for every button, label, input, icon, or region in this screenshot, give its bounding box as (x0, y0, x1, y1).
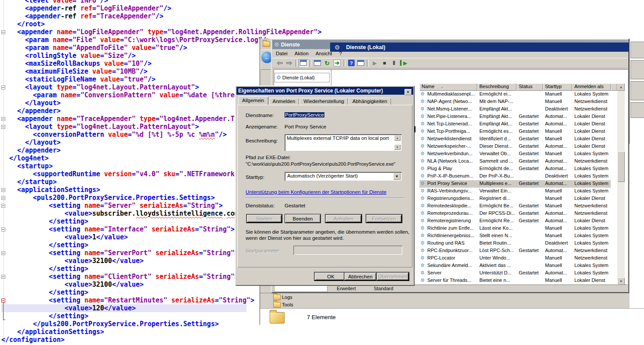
service-row[interactable]: ⚙RemoteregistrierungErmöglicht Re...Gest… (419, 217, 611, 225)
scroll-down-icon[interactable]: ▼ (394, 144, 401, 150)
console-tree-icon[interactable] (299, 59, 308, 67)
services-table[interactable]: ⚙Multimediaklassenpl...Ermöglicht ei...M… (419, 91, 617, 285)
pause-service-icon[interactable]: Ⅱ (389, 59, 399, 67)
beschreibung-textbox[interactable]: Multiplexes external TCP/IP data on loca… (285, 134, 401, 151)
service-row[interactable]: ⚙Remoteprozedurau...Der RPCSS-Di...Gesta… (419, 210, 611, 217)
dialog-tabs[interactable]: AllgemeinAnmeldenWiederherstellungAbhäng… (238, 97, 391, 105)
startoptions-link[interactable]: Unterstützung beim Konfigurieren der Sta… (246, 189, 387, 195)
tab-erweitert[interactable]: Erweitert (327, 285, 366, 292)
code-line[interactable]: <value>32100</value> (1, 257, 144, 265)
dialog-tab-anmelden[interactable]: Anmelden (269, 98, 299, 105)
code-line[interactable]: <setting name="ServerPort" serializeAs="… (1, 249, 239, 257)
dialog-tab-abhängigkeiten[interactable]: Abhängigkeiten (348, 98, 391, 105)
service-row[interactable]: ⚙Richtlinienergebniss...Stellt einen N..… (419, 232, 611, 240)
code-line[interactable]: <staticLogFileName value="true"/> (1, 75, 155, 83)
service-row[interactable]: ⚙Net.Tcp-Portfreiga...Ermöglicht es...Ge… (419, 128, 611, 135)
service-row[interactable]: ⚙NetzwerklistendienstIdentifiziert d...G… (419, 135, 611, 143)
code-line[interactable]: <value>120</value> (1, 304, 246, 312)
vertical-scrollbar[interactable]: ▲ ▼ (617, 83, 625, 285)
fold-toggle-icon[interactable] (1, 188, 5, 192)
code-line[interactable]: </layout> (1, 139, 60, 146)
service-row[interactable]: ⚙Netzwerkverbindun...Verwaltet Ob...Gest… (419, 150, 611, 158)
dialog-tab-wiederherstellung[interactable]: Wiederherstellung (299, 98, 348, 105)
service-row[interactable]: ⚙Routing und RASBietet Routin...Deaktivi… (419, 240, 611, 247)
code-line[interactable]: <value>32100</value> (1, 281, 144, 288)
start-service-icon[interactable]: ▶ (370, 59, 380, 67)
fold-toggle-icon[interactable] (1, 204, 5, 208)
code-line[interactable]: <maximumFileSize value="10MB"/> (1, 68, 148, 75)
service-row[interactable]: ⚙Multimediaklassenpl...Ermöglicht ei...M… (419, 91, 611, 98)
code-line[interactable]: <setting name="Interface" serializeAs="S… (1, 225, 235, 233)
scroll-up-icon[interactable]: ▲ (394, 135, 401, 141)
starttyp-combobox[interactable]: Automatisch (Verzögerter Start) ▼ (285, 172, 401, 181)
service-row[interactable]: ⚙RAS-Verbindungsv...Verwaltet Ein...Manu… (419, 188, 611, 195)
code-line[interactable]: </log4net> (1, 154, 49, 162)
code-line[interactable]: <level value="INFO"/> (1, 0, 108, 4)
service-row[interactable]: ⚙Netzwerkspeicher-...Dieser Dienst...Ges… (419, 143, 611, 150)
scroll-down-icon[interactable]: ▼ (617, 277, 625, 285)
restart-service-icon[interactable]: ▶ (399, 59, 408, 67)
code-line[interactable]: </appender> (1, 146, 60, 154)
back-icon[interactable]: ⇦ (275, 59, 285, 67)
dialog-titlebar[interactable]: Eigenschaften von Port Proxy Service (Lo… (236, 87, 413, 95)
fold-toggle-icon[interactable] (1, 117, 5, 121)
fold-toggle-icon-red[interactable] (1, 299, 5, 302)
column-header-anmelden-als[interactable]: Anmelden als (572, 83, 611, 91)
fold-toggle-icon[interactable] (1, 275, 5, 279)
menu-item-aktion[interactable]: Aktion (291, 51, 312, 56)
code-line[interactable]: <value>subscriber.lloydslistintelligence… (1, 210, 262, 217)
service-row[interactable]: ⚙Registrierungsdiens...Registriert di...… (419, 195, 611, 203)
code-line[interactable]: <supportedRuntime version="v4.0" sku=".N… (1, 170, 262, 178)
close-icon[interactable]: × (405, 89, 412, 95)
dienstname-value[interactable]: PortProxyService (285, 112, 324, 117)
properties-icon[interactable] (313, 59, 322, 67)
startparameter-input[interactable] (293, 245, 402, 255)
fold-toggle-icon[interactable] (1, 196, 5, 200)
column-header-starttyp[interactable]: Starttyp (543, 83, 572, 91)
service-row[interactable]: ⚙Server für Threads...Bietet eine n...Ma… (419, 277, 611, 285)
code-line[interactable]: <appender name="LogFileAppender" type="l… (1, 28, 322, 36)
service-row[interactable]: ⚙NAP-Agent (Netwo...Mit dem NAP-...Manue… (419, 98, 611, 106)
service-row[interactable]: ⚙PnP-X-IP-Busenum...Der PnP-X-Bu...Deakt… (419, 173, 611, 180)
code-line[interactable]: <startup> (1, 162, 53, 170)
code-line[interactable]: <param name="ConversionPattern" value="%… (1, 91, 262, 99)
abbrechen-button[interactable]: Abbrechen (344, 272, 377, 281)
toolbar[interactable]: ⇦⇨↻➔?▶■Ⅱ▶ (272, 58, 628, 68)
code-line[interactable]: </setting> (1, 217, 88, 225)
ok-button[interactable]: OK (314, 272, 348, 281)
code-line[interactable]: </applicationSettings> (1, 328, 104, 336)
table-header[interactable]: Name▲BeschreibungStatusStarttypAnmelden … (419, 83, 617, 91)
code-line[interactable]: </root> (1, 20, 45, 28)
stop-service-icon[interactable]: ■ (380, 59, 389, 67)
column-header-beschreibung[interactable]: Beschreibung (477, 83, 517, 91)
code-line[interactable]: </appender> (1, 107, 60, 115)
service-row[interactable]: ⚙Sekundäre Anmeld...Aktiviert das ...Man… (419, 262, 611, 270)
service-row[interactable]: ⚙ServerUnterstützt D...GestartetAutomat.… (419, 270, 611, 277)
menu-item-datei[interactable]: Datei (272, 51, 291, 56)
fold-toggle-icon[interactable] (1, 125, 5, 129)
code-line[interactable]: </startup> (1, 178, 56, 186)
code-line[interactable]: <setting name="RestartMinutes" serialize… (1, 296, 254, 304)
service-row[interactable]: ⚙RPC-LocatorUnter Windo...ManuellNetzwer… (419, 255, 611, 262)
explorer-folder-label[interactable]: Tools (282, 302, 293, 307)
fold-toggle-icon[interactable] (1, 228, 5, 231)
code-line[interactable]: <value>1</value> (1, 233, 128, 241)
scroll-up-icon[interactable]: ▲ (617, 83, 625, 91)
service-row[interactable]: ⚙Plug & PlayErmöglicht de...GestartetAut… (419, 165, 611, 173)
code-line[interactable]: <applicationSettings> (1, 186, 100, 194)
code-line[interactable]: <maxSizeRollBackups value="10"/> (1, 60, 151, 68)
code-line[interactable]: </layout> (1, 99, 60, 107)
fold-toggle-icon[interactable] (1, 251, 5, 255)
chevron-down-icon[interactable]: ▼ (393, 173, 401, 180)
service-row[interactable]: ⚙Port Proxy ServiceMultiplexes e...Gesta… (419, 180, 611, 188)
code-line[interactable]: </configuration> (1, 336, 65, 344)
column-header-name[interactable]: Name▲ (419, 83, 477, 91)
scrollbar-thumb[interactable] (617, 151, 625, 182)
service-row[interactable]: ⚙Net.Msmq-Listener...Empfängt Akt...Deak… (419, 106, 611, 113)
service-row[interactable]: ⚙Richtlinie zum Entfe...Lässt eine Ko...… (419, 225, 611, 232)
dialog-tab-allgemein[interactable]: Allgemein (238, 96, 268, 105)
service-row[interactable]: ⚙RPC-Endpunktzuor...Löst RPC-Sch...Gesta… (419, 247, 611, 255)
anhalten-button[interactable]: Anhalten (325, 214, 362, 223)
explorer-folder-label[interactable]: Logs (282, 295, 292, 300)
tree-item-dienste-lokal[interactable]: ⚙ Dienste (Lokal) (274, 73, 330, 82)
